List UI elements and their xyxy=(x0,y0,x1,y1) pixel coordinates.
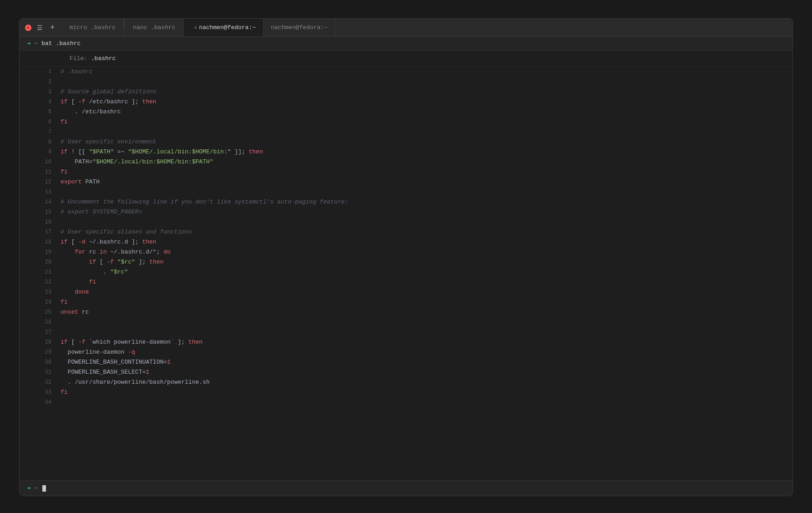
table-row: 19 for rc in ~/.bashrc.d/*; do xyxy=(20,247,792,257)
table-row: 23 done xyxy=(20,287,792,297)
command-bar: ➜ ~ bat .bashrc xyxy=(20,37,792,51)
file-header-name: .bashrc xyxy=(91,55,116,62)
bottom-bar: ➜ ~ xyxy=(20,480,792,496)
close-window-button[interactable]: ✕ xyxy=(25,25,31,31)
table-row: 31 POWERLINE_BASH_SELECT=1 xyxy=(20,367,792,377)
table-row: 7 xyxy=(20,127,792,137)
table-row: 30 POWERLINE_BASH_CONTINUATION=1 xyxy=(20,357,792,367)
table-row: 28 if [ -f `which powerline-daemon` ]; t… xyxy=(20,337,792,347)
table-row: 32 . /usr/share/powerline/bash/powerline… xyxy=(20,377,792,387)
bottom-prompt-arrow-icon: ➜ xyxy=(27,484,30,492)
file-header: File: .bashrc xyxy=(20,51,792,67)
tab-nachmen-2[interactable]: nachmen@fedora:~ xyxy=(264,19,335,36)
prompt-arrow-icon: ➜ xyxy=(27,40,30,47)
table-row: 3 # Source global definitions xyxy=(20,87,792,97)
table-row: 33 fi xyxy=(20,387,792,397)
prompt-tilde: ~ xyxy=(34,40,38,47)
table-row: 27 xyxy=(20,327,792,337)
table-row: 10 PATH="$HOME/.local/bin:$HOME/bin:$PAT… xyxy=(20,157,792,167)
table-row: 18 if [ -d ~/.bashrc.d ]; then xyxy=(20,237,792,247)
table-row: 17 # User specific aliases and functions xyxy=(20,227,792,237)
table-row: 34 xyxy=(20,397,792,407)
table-row: 13 xyxy=(20,187,792,197)
table-row: 26 xyxy=(20,317,792,327)
table-row: 1 # .bashrc xyxy=(20,67,792,77)
table-row: 20 if [ -f "$rc" ]; then xyxy=(20,257,792,267)
tab-nano-bashrc[interactable]: nano .bashrc xyxy=(126,19,183,36)
close-tab-icon[interactable]: ✕ xyxy=(194,25,198,30)
table-row: 21 . "$rc" xyxy=(20,267,792,277)
menu-button[interactable]: ☰ xyxy=(35,23,45,32)
table-row: 15 # export SYSTEMD_PAGER= xyxy=(20,207,792,217)
table-row: 22 fi xyxy=(20,277,792,287)
tab-bar: ✕ ☰ + micro .bashrc nano .bashrc ✕ nachm… xyxy=(20,19,792,37)
code-area[interactable]: 1 # .bashrc 2 3 # Source global definiti… xyxy=(20,67,792,480)
table-row: 29 powerline-daemon -q xyxy=(20,347,792,357)
cursor xyxy=(42,485,46,492)
table-row: 2 xyxy=(20,77,792,87)
command-text: bat .bashrc xyxy=(41,40,81,47)
tab-nachmen-active[interactable]: ✕ nachmen@fedora:~ xyxy=(183,19,264,36)
terminal-window: ✕ ☰ + micro .bashrc nano .bashrc ✕ nachm… xyxy=(19,18,793,496)
table-row: 11 fi xyxy=(20,167,792,177)
table-row: 16 xyxy=(20,217,792,227)
tab-divider xyxy=(124,19,125,29)
tab-controls: ✕ ☰ + xyxy=(20,22,62,33)
table-row: 9 if ! [[ "$PATH" =~ "$HOME/.local/bin:$… xyxy=(20,147,792,157)
tabs-container: micro .bashrc nano .bashrc ✕ nachmen@fed… xyxy=(62,19,792,36)
table-row: 5 . /etc/bashrc xyxy=(20,107,792,117)
table-row: 14 # Uncomment the following line if you… xyxy=(20,197,792,207)
table-row: 4 if [ -f /etc/bashrc ]; then xyxy=(20,97,792,107)
tab-micro-bashrc[interactable]: micro .bashrc xyxy=(62,19,123,36)
table-row: 25 unset rc xyxy=(20,307,792,317)
bottom-prompt-tilde: ~ xyxy=(34,485,38,492)
table-row: 8 # User specific environment xyxy=(20,137,792,147)
new-tab-button[interactable]: + xyxy=(48,22,57,33)
table-row: 24 fi xyxy=(20,297,792,307)
table-row: 12 export PATH xyxy=(20,177,792,187)
table-row: 6 fi xyxy=(20,117,792,127)
